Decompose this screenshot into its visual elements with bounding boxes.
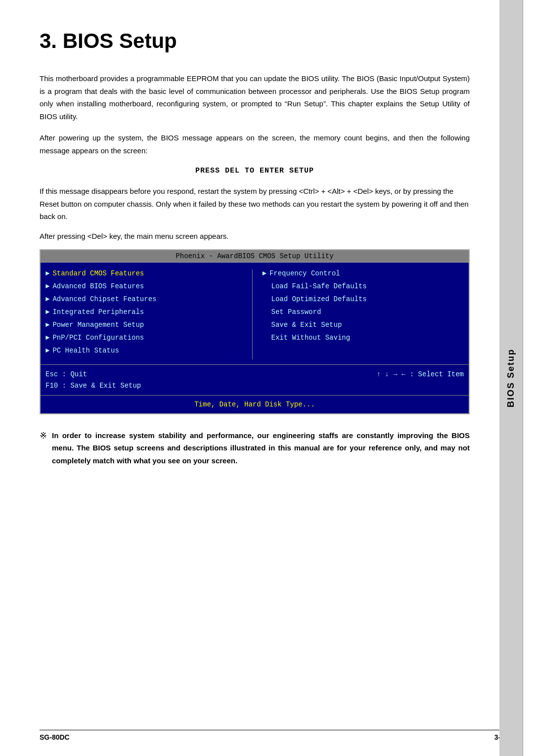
- bios-menu-advanced-chipset[interactable]: ► Advanced Chipset Features: [45, 295, 247, 303]
- bios-screen: Phoenix - AwardBIOS CMOS Setup Utility ►…: [40, 249, 470, 414]
- arrow-icon-1: ►: [45, 269, 49, 277]
- footer-esc-quit: Esc : Quit: [45, 369, 141, 380]
- bios-right-password[interactable]: Set Password: [263, 308, 464, 316]
- footer-f10: F10 : Save & Exit Setup: [45, 380, 141, 391]
- bios-footer: Esc : Quit F10 : Save & Exit Setup ↑ ↓ →…: [41, 364, 469, 395]
- bios-right-label-5: Save & Exit Setup: [271, 321, 342, 329]
- bios-menu-advanced-bios[interactable]: ► Advanced BIOS Features: [45, 282, 247, 290]
- intro-paragraph3: If this message disappears before you re…: [40, 185, 470, 223]
- page-footer: SG-80DC 3-1: [40, 730, 504, 741]
- page-wrapper: 3. BIOS Setup This motherboard provides …: [0, 0, 534, 756]
- after-pressing-text: After pressing <Del> key, the main menu …: [40, 230, 470, 243]
- press-del-text: PRESS DEL TO ENTER SETUP: [40, 167, 470, 175]
- bios-right-menu: ► Frequency Control Load Fail-Safe Defau…: [253, 269, 464, 359]
- arrow-icon-6: ►: [45, 334, 49, 342]
- bios-body: ► Standard CMOS Features ► Advanced BIOS…: [41, 263, 469, 364]
- bios-menu-label-6: PnP/PCI Configurations: [52, 334, 144, 342]
- bios-menu-integrated[interactable]: ► Integrated Peripherals: [45, 308, 247, 316]
- note-text: In order to increase system stability an…: [52, 429, 470, 467]
- main-content: 3. BIOS Setup This motherboard provides …: [0, 0, 499, 756]
- bios-menu-label-1: Standard CMOS Features: [52, 269, 144, 277]
- bios-menu-standard-cmos[interactable]: ► Standard CMOS Features: [45, 269, 247, 277]
- bios-menu-label-4: Integrated Peripherals: [52, 308, 144, 316]
- footer-model: SG-80DC: [40, 733, 70, 741]
- bios-menu-label-3: Advanced Chipset Features: [52, 295, 156, 303]
- bios-footer-left: Esc : Quit F10 : Save & Exit Setup: [45, 369, 141, 391]
- arrow-icon-2: ►: [45, 282, 49, 290]
- bios-left-menu: ► Standard CMOS Features ► Advanced BIOS…: [45, 269, 253, 359]
- bios-menu-label-7: PC Health Status: [52, 347, 119, 355]
- bios-menu-power[interactable]: ► Power Management Setup: [45, 321, 247, 329]
- bios-right-failsafe[interactable]: Load Fail-Safe Defaults: [263, 282, 464, 290]
- sidebar-label: BIOS Setup: [506, 349, 516, 407]
- bios-menu-pnp[interactable]: ► PnP/PCI Configurations: [45, 334, 247, 342]
- bios-right-exit-nosave[interactable]: Exit Without Saving: [263, 334, 464, 342]
- bios-right-save-exit[interactable]: Save & Exit Setup: [263, 321, 464, 329]
- intro-paragraph2: After powering up the system, the BIOS m…: [40, 132, 470, 157]
- bios-right-label-3: Load Optimized Defaults: [271, 295, 367, 303]
- arrow-icon-7: ►: [45, 347, 49, 355]
- note-symbol: ※: [40, 430, 47, 441]
- arrow-icon-5: ►: [45, 321, 49, 329]
- bios-right-label-2: Load Fail-Safe Defaults: [271, 282, 367, 290]
- bios-right-label-4: Set Password: [271, 308, 321, 316]
- bios-footer-right: ↑ ↓ → ← : Select Item: [377, 369, 464, 391]
- arrow-icon-r1: ►: [263, 269, 267, 277]
- intro-paragraph1: This motherboard provides a programmable…: [40, 72, 470, 123]
- page-title: 3. BIOS Setup: [40, 30, 470, 52]
- arrow-icon-4: ►: [45, 308, 49, 316]
- bios-right-frequency[interactable]: ► Frequency Control: [263, 269, 464, 277]
- bios-bottom-bar: Time, Date, Hard Disk Type...: [41, 395, 469, 413]
- arrow-icon-3: ►: [45, 295, 49, 303]
- bios-menu-label-5: Power Management Setup: [52, 321, 144, 329]
- bios-menu-label-2: Advanced BIOS Features: [52, 282, 144, 290]
- bios-right-optimized[interactable]: Load Optimized Defaults: [263, 295, 464, 303]
- bios-menu-health[interactable]: ► PC Health Status: [45, 347, 247, 355]
- bios-right-label-1: Frequency Control: [269, 269, 340, 277]
- note-box: ※ In order to increase system stability …: [40, 429, 470, 467]
- bios-right-label-6: Exit Without Saving: [271, 334, 351, 342]
- bios-title-bar: Phoenix - AwardBIOS CMOS Setup Utility: [41, 250, 469, 263]
- sidebar-tab: BIOS Setup: [499, 0, 523, 756]
